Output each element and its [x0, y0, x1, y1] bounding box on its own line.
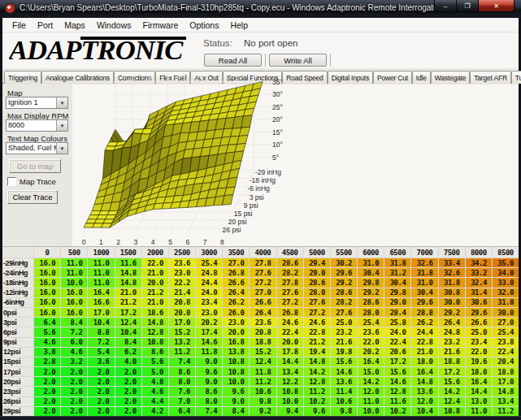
map-cell[interactable]: 18.6: [142, 308, 168, 317]
map-cell[interactable]: 26.0: [223, 308, 249, 317]
map-cell[interactable]: 23.6: [169, 258, 195, 267]
map-cell[interactable]: 27.0: [250, 288, 276, 297]
map-cell[interactable]: 23.4: [466, 338, 492, 347]
map-cell[interactable]: 23.8: [493, 338, 519, 347]
map-cell[interactable]: 2.0: [88, 407, 114, 416]
map-cell[interactable]: 33.2: [466, 268, 492, 277]
map-cell[interactable]: 20.8: [169, 298, 195, 307]
map-cell[interactable]: 28.8: [411, 308, 437, 317]
map-cell[interactable]: 21.2: [142, 288, 168, 297]
map-cell[interactable]: 7.4: [169, 357, 195, 366]
map-cell[interactable]: 8.4: [223, 407, 249, 416]
map-cell[interactable]: 7.6: [169, 387, 195, 396]
map-cell[interactable]: 30.2: [331, 258, 357, 267]
minimize-button[interactable]: –: [434, 0, 457, 12]
map-cell[interactable]: 12.8: [304, 377, 330, 386]
map-cell[interactable]: 5.0: [142, 367, 168, 376]
map-cell[interactable]: 2.0: [61, 387, 87, 396]
map-cell[interactable]: 19.8: [331, 348, 357, 357]
map-cell[interactable]: 30.4: [384, 278, 410, 287]
map-cell[interactable]: 20.0: [142, 278, 168, 287]
map-cell[interactable]: 27.2: [250, 278, 276, 287]
map-cell[interactable]: 11.6: [384, 397, 410, 406]
map-cell[interactable]: 11.2: [250, 377, 276, 386]
map-cell[interactable]: 21.6: [439, 348, 465, 357]
map-cell[interactable]: 28.6: [331, 288, 357, 297]
map-cell[interactable]: 3.8: [34, 348, 60, 357]
map-cell[interactable]: 10.8: [223, 367, 249, 376]
map-cell[interactable]: 13.2: [169, 338, 195, 347]
map-cell[interactable]: 11.8: [250, 367, 276, 376]
map-cell[interactable]: 18.8: [250, 338, 276, 347]
map-cell[interactable]: 34.0: [493, 268, 519, 277]
map-cell[interactable]: 14.2: [304, 367, 330, 376]
map-cell[interactable]: 28.2: [277, 268, 303, 277]
map-cell[interactable]: 2.0: [88, 377, 114, 386]
max-rpm-select[interactable]: 8000 ▼: [6, 119, 68, 132]
map-cell[interactable]: 24.6: [304, 318, 330, 327]
map-cell[interactable]: 9.6: [223, 387, 249, 396]
map-cell[interactable]: 25.4: [358, 318, 384, 327]
map-cell[interactable]: 30.0: [493, 308, 519, 317]
map-cell[interactable]: 31.0: [493, 298, 519, 307]
map-cell[interactable]: 26.6: [250, 298, 276, 307]
map-cell[interactable]: 10.0: [358, 407, 384, 416]
map-cell[interactable]: 26.6: [223, 278, 249, 287]
map-cell[interactable]: 21.2: [304, 338, 330, 347]
map-cell[interactable]: 27.8: [277, 278, 303, 287]
map-cell[interactable]: 12.2: [277, 377, 303, 386]
map-cell[interactable]: 13.0: [466, 397, 492, 406]
map-cell[interactable]: 19.4: [304, 348, 330, 357]
map-cell[interactable]: 24.0: [196, 288, 222, 297]
map-cell[interactable]: 26.2: [223, 298, 249, 307]
map-cell[interactable]: 19.6: [466, 357, 492, 366]
write-all-button[interactable]: Write All: [269, 54, 327, 67]
map-cell[interactable]: 12.8: [142, 327, 168, 336]
map-cell[interactable]: 32.6: [439, 268, 465, 277]
map-cell[interactable]: 17.2: [115, 308, 141, 317]
map-cell[interactable]: 20.0: [223, 327, 249, 336]
map-cell[interactable]: 11.0: [466, 407, 492, 416]
map-cell[interactable]: 27.6: [250, 268, 276, 277]
map-cell[interactable]: 24.6: [277, 318, 303, 327]
map-cell[interactable]: 2.0: [88, 397, 114, 406]
map-cell[interactable]: 17.2: [439, 367, 465, 376]
menu-file[interactable]: File: [7, 19, 32, 32]
map-cell[interactable]: 4.6: [34, 338, 60, 347]
map-cell[interactable]: 2.0: [115, 397, 141, 406]
map-cell[interactable]: 11.0: [88, 268, 114, 277]
map-cell[interactable]: 2.0: [88, 367, 114, 376]
map-cell[interactable]: 14.6: [384, 377, 410, 386]
map-cell[interactable]: 6.4: [169, 407, 195, 416]
map-cell[interactable]: 28.6: [358, 298, 384, 307]
map-cell[interactable]: 21.4: [169, 288, 195, 297]
map-cell[interactable]: 23.6: [358, 327, 384, 336]
map-cell[interactable]: 5.4: [88, 348, 114, 357]
map-cell[interactable]: 23.2: [439, 338, 465, 347]
map-cell[interactable]: 28.6: [304, 278, 330, 287]
map-cell[interactable]: 6.4: [34, 318, 60, 327]
map-cell[interactable]: 16.4: [466, 377, 492, 386]
map-cell[interactable]: 9.8: [250, 397, 276, 406]
map-cell[interactable]: 23.0: [169, 268, 195, 277]
map-cell[interactable]: 22.8: [304, 327, 330, 336]
map-cell[interactable]: 2.0: [34, 407, 60, 416]
map-cell[interactable]: 2.0: [34, 367, 60, 376]
map-cell[interactable]: 16.6: [88, 298, 114, 307]
map-cell[interactable]: 31.0: [411, 278, 437, 287]
map-cell[interactable]: 23.2: [331, 327, 357, 336]
map-cell[interactable]: 17.0: [493, 377, 519, 386]
map-cell[interactable]: 14.4: [466, 387, 492, 396]
map-cell[interactable]: 11.6: [115, 258, 141, 267]
map-cell[interactable]: 27.0: [493, 318, 519, 327]
map-cell[interactable]: 32.6: [411, 258, 437, 267]
map-cell[interactable]: 2.0: [61, 367, 87, 376]
map-cell[interactable]: 33.4: [439, 258, 465, 267]
map-cell[interactable]: 29.4: [304, 258, 330, 267]
map-cell[interactable]: 26.4: [250, 308, 276, 317]
map-cell[interactable]: 8.6: [169, 367, 195, 376]
chevron-down-icon[interactable]: ▼: [56, 143, 67, 154]
map-cell[interactable]: 25.4: [493, 327, 519, 336]
map-cell[interactable]: 17.0: [169, 318, 195, 327]
map-cell[interactable]: 35.0: [493, 258, 519, 267]
